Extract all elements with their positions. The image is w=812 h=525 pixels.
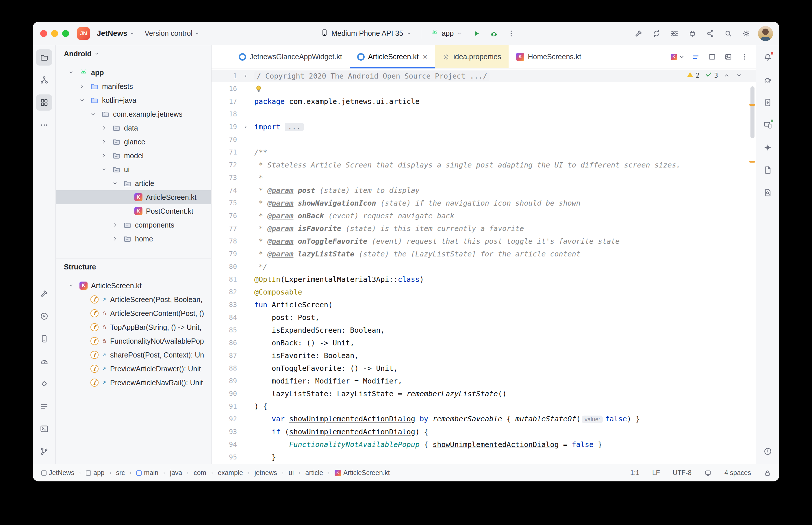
line-number[interactable]: 86 (211, 339, 237, 347)
code-line-78[interactable]: 78 * @param onToggleFavorite (event) req… (211, 235, 756, 247)
line-number[interactable]: 92 (211, 415, 237, 423)
code-line-76[interactable]: 76 * @param onBack (event) request navig… (211, 209, 756, 222)
chevron-down-icon[interactable] (66, 282, 76, 289)
fold-chevron-icon[interactable] (237, 73, 254, 79)
next-highlight-button[interactable] (735, 72, 742, 79)
code-line-83[interactable]: 83fun ArticleScreen( (211, 298, 756, 311)
chevron-right-icon[interactable] (110, 222, 120, 228)
warning-stripe-mark[interactable] (749, 104, 755, 106)
tab-articlescreen-kt[interactable]: ArticleScreen.kt× (350, 45, 435, 68)
breadcrumb-com[interactable]: com (194, 469, 206, 477)
indent-size[interactable]: 4 spaces (724, 469, 751, 477)
close-window-button[interactable] (40, 30, 47, 37)
structure-tree-item-previewarticlenavrail-unit[interactable]: fPreviewArticleNavRail(): Unit (56, 376, 211, 390)
breadcrumb-java[interactable]: java (170, 469, 182, 477)
code-line-72[interactable]: 72 * Stateless Article Screen that displ… (211, 159, 756, 171)
structure-tree-item-topappbar-string-unit[interactable]: fTopAppBar(String, () -> Unit, (56, 320, 211, 334)
code-line-1[interactable]: 1/ Copyright 2020 The Android Open Sourc… (211, 70, 756, 82)
code-line-73[interactable]: 73 * (211, 171, 756, 184)
structure-tree-item-previewarticledrawer-unit[interactable]: fPreviewArticleDrawer(): Unit (56, 362, 211, 376)
project-view-selector[interactable]: Android (64, 50, 92, 58)
device-preview-icon[interactable] (722, 51, 734, 63)
chevron-right-icon[interactable] (99, 152, 109, 159)
zoom-window-button[interactable] (62, 30, 69, 37)
settings-icon[interactable] (739, 27, 753, 40)
app-inspection-icon[interactable] (760, 184, 776, 201)
minimize-window-button[interactable] (51, 30, 58, 37)
display-icon[interactable] (704, 469, 712, 477)
line-number[interactable]: 91 (211, 403, 237, 410)
notifications-icon[interactable] (760, 49, 776, 65)
line-number[interactable]: 72 (211, 161, 237, 169)
chevron-down-icon[interactable] (77, 97, 87, 103)
structure-tree-item-sharepost-post-context-un[interactable]: fsharePost(Post, Context): Un (56, 348, 211, 362)
line-number[interactable]: 19 (211, 123, 237, 131)
breadcrumb-articlescreen-kt[interactable]: KArticleScreen.kt (335, 469, 390, 477)
breadcrumb-jetnews[interactable]: jetnews (254, 469, 277, 477)
close-tab-icon[interactable]: × (423, 53, 427, 61)
project-tree-item-kotlin-java[interactable]: kotlin+java (56, 93, 211, 107)
project-tree-item-postcontent-kt[interactable]: KPostContent.kt (56, 204, 211, 218)
run-tool-icon[interactable] (36, 308, 52, 324)
code-line-88[interactable]: 88 onToggleFavorite: () -> Unit, (211, 362, 756, 375)
vcs-widget[interactable]: Version control (142, 27, 203, 40)
caret-position[interactable]: 1:1 (630, 469, 639, 477)
compose-preview-icon[interactable] (760, 162, 776, 178)
line-number[interactable]: 17 (211, 97, 237, 105)
line-number[interactable]: 82 (211, 288, 237, 296)
device-manager-icon[interactable] (36, 331, 52, 347)
gemini-icon[interactable] (760, 139, 776, 156)
line-number[interactable]: 90 (211, 390, 237, 397)
chevron-down-icon[interactable] (99, 166, 109, 173)
line-number[interactable]: 70 (211, 136, 237, 143)
line-number[interactable]: 84 (211, 314, 237, 321)
code-line-86[interactable]: 86 onBack: () -> Unit, (211, 336, 756, 349)
code-editor[interactable]: 1/ Copyright 2020 The Android Open Sourc… (211, 69, 756, 464)
profiler-icon[interactable] (36, 353, 52, 369)
line-number[interactable]: 87 (211, 352, 237, 359)
editor-scrollbar[interactable] (751, 86, 754, 138)
code-line-74[interactable]: 74 * @param post (state) item to display (211, 184, 756, 197)
warnings-indicator[interactable]: 2 (686, 71, 699, 80)
chevron-right-icon[interactable] (99, 125, 109, 131)
code-line-19[interactable]: 19import ... (211, 120, 756, 133)
commit-tool-icon[interactable] (36, 72, 52, 88)
app-quality-insights-icon[interactable] (36, 376, 52, 392)
line-number[interactable]: 74 (211, 186, 237, 194)
line-number[interactable]: 77 (211, 225, 237, 232)
code-line-17[interactable]: 17package com.example.jetnews.ui.article (211, 95, 756, 108)
passed-indicator[interactable]: 3 (705, 71, 718, 80)
project-tree-item-article[interactable]: article (56, 177, 211, 190)
build-variants-icon[interactable] (668, 27, 681, 40)
debug-button[interactable] (487, 27, 501, 40)
project-tree-item-manifests[interactable]: manifests (56, 79, 211, 93)
line-number[interactable]: 81 (211, 275, 237, 283)
line-number[interactable]: 83 (211, 301, 237, 309)
chevron-down-icon[interactable] (110, 180, 120, 186)
project-selector[interactable]: JetNews (94, 27, 138, 40)
project-panel-header[interactable]: Android (56, 45, 211, 62)
tab-idea-properties[interactable]: idea.properties (435, 45, 508, 68)
code-line-94[interactable]: 94 FunctionalityNotAvailablePopup { show… (211, 438, 756, 451)
line-number[interactable]: 93 (211, 428, 237, 435)
breadcrumb-article[interactable]: article (306, 469, 323, 477)
sync-project-icon[interactable] (650, 27, 663, 40)
hidden-tabs-dropdown[interactable]: K (671, 51, 686, 63)
code-line-18[interactable]: 18 (211, 108, 756, 120)
running-devices-icon[interactable] (760, 117, 776, 133)
project-tree-item-components[interactable]: components (56, 218, 211, 232)
line-number[interactable]: 79 (211, 250, 237, 258)
line-number[interactable]: 76 (211, 212, 237, 220)
chevron-right-icon[interactable] (110, 236, 120, 242)
code-line-85[interactable]: 85 isExpandedScreen: Boolean, (211, 324, 756, 336)
code-line-84[interactable]: 84 post: Post, (211, 311, 756, 324)
line-number[interactable]: 18 (211, 110, 237, 118)
project-tool-icon[interactable] (36, 49, 52, 65)
code-line-92[interactable]: 92 var showUnimplementedActionDialog by … (211, 412, 756, 425)
previous-highlight-button[interactable] (723, 72, 730, 79)
search-everywhere-icon[interactable] (722, 27, 735, 40)
breadcrumb-main[interactable]: main (136, 469, 158, 477)
structure-tree-item-functionalitynotavailablepop[interactable]: fFunctionalityNotAvailablePop (56, 334, 211, 348)
structure-tree-item-articlescreen-post-boolean[interactable]: fArticleScreen(Post, Boolean, (56, 292, 211, 306)
code-line-71[interactable]: 71/** (211, 146, 756, 159)
